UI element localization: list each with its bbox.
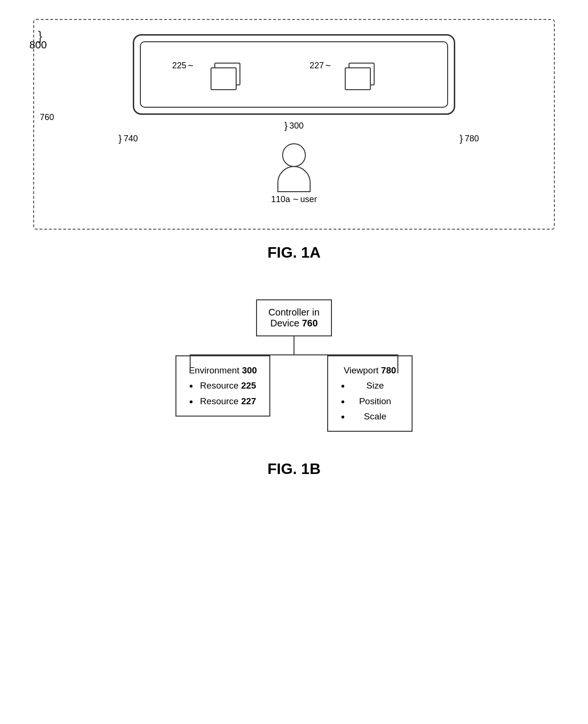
label-user: user <box>300 195 317 204</box>
resource-225-icon <box>211 63 244 91</box>
viewport-size: Size <box>367 381 384 390</box>
left-drop-line <box>190 354 191 373</box>
brace-740-icon: } <box>119 133 122 144</box>
brace-110a-icon: ~ <box>293 194 299 205</box>
env-item-1: Resource 225 <box>198 378 258 393</box>
fig1a-caption: FIG. 1A <box>33 244 555 261</box>
viewport-item-3: Scale <box>350 409 400 424</box>
fig1a-section: } 800 <box>33 19 555 261</box>
user-figure <box>277 143 311 192</box>
fig1b-section: Controller in Device 760 Environment 300 <box>33 290 555 478</box>
label-780-group: } 780 <box>459 133 479 144</box>
env-item-2-bold: 227 <box>241 396 256 406</box>
controller-line1: Controller in <box>268 307 320 317</box>
label-225: 225 <box>172 61 186 71</box>
line-down-1 <box>294 336 294 354</box>
environment-list: Resource 225 Resource 227 <box>188 378 258 409</box>
label-227-group: 227 ~ <box>310 60 331 71</box>
device-frame-wrapper: 225 ~ 227 ~ } 300 } 740 <box>133 34 455 115</box>
environment-title: Environment 300 <box>188 363 258 378</box>
controller-box: Controller in Device 760 <box>256 299 332 336</box>
user-head <box>282 143 306 167</box>
front-rect-225 <box>211 67 237 90</box>
label-800: 800 <box>29 39 47 51</box>
label-227: 227 <box>310 61 324 71</box>
environment-box-content: Environment 300 Resource 225 Resource 22… <box>188 363 258 409</box>
env-item-2: Resource 227 <box>198 394 258 409</box>
env-item-2-text: Resource <box>200 396 241 406</box>
label-225-group: 225 ~ <box>172 60 193 71</box>
viewport-item-1: Size <box>350 378 400 393</box>
viewport-title: Viewport 780 <box>340 363 400 378</box>
brace-780-icon: } <box>459 133 463 144</box>
label-740-group: } 740 <box>119 133 138 144</box>
outer-dashed-box: } 800 <box>33 19 555 230</box>
user-label-area: 110a ~ user <box>271 194 317 205</box>
diagram-container: Controller in Device 760 Environment 300 <box>33 290 555 441</box>
viewport-item-2: Position <box>350 394 400 409</box>
device-frame: 225 ~ 227 ~ } 300 <box>133 34 455 115</box>
label-300: 300 <box>289 121 303 131</box>
user-body <box>277 166 311 192</box>
right-drop-line <box>397 354 398 373</box>
env-item-1-text: Resource <box>200 381 241 390</box>
h-connector <box>190 354 398 355</box>
label-760-group: 760 <box>40 112 54 122</box>
controller-line2: Device <box>270 318 302 328</box>
brace-225-icon: ~ <box>188 60 193 71</box>
bottom-boxes: Environment 300 Resource 225 Resource 22… <box>175 355 413 432</box>
controller-box-wrap: Controller in Device 760 <box>256 299 332 336</box>
label-740: 740 <box>124 134 138 144</box>
controller-bold: 760 <box>302 318 318 328</box>
label-780: 780 <box>465 134 479 144</box>
brace-300-icon: } <box>285 121 288 131</box>
viewport-box-content: Viewport 780 Size Position Scale <box>340 363 400 424</box>
resource-227-item <box>345 58 378 91</box>
resource-227-icon <box>345 63 378 91</box>
brace-227-icon: ~ <box>325 60 331 71</box>
viewport-label-text: Viewport <box>344 365 381 375</box>
viewport-scale: Scale <box>364 411 386 421</box>
viewport-position: Position <box>359 396 391 406</box>
env-item-1-bold: 225 <box>241 381 256 390</box>
viewport-label-bold: 780 <box>381 365 396 375</box>
front-rect-227 <box>345 67 371 90</box>
environment-label-bold: 300 <box>242 365 257 375</box>
label-300-group: } 300 <box>285 121 304 131</box>
resource-225-item <box>211 58 244 91</box>
environment-label-text: Environment <box>189 365 242 375</box>
user-area: 110a ~ user <box>247 143 341 205</box>
device-inner <box>140 41 448 108</box>
fig1b-caption: FIG. 1B <box>33 460 555 478</box>
viewport-box: Viewport 780 Size Position Scale <box>327 355 413 432</box>
viewport-list: Size Position Scale <box>340 378 400 424</box>
label-760: 760 <box>40 112 54 122</box>
label-110a: 110a <box>271 195 290 204</box>
